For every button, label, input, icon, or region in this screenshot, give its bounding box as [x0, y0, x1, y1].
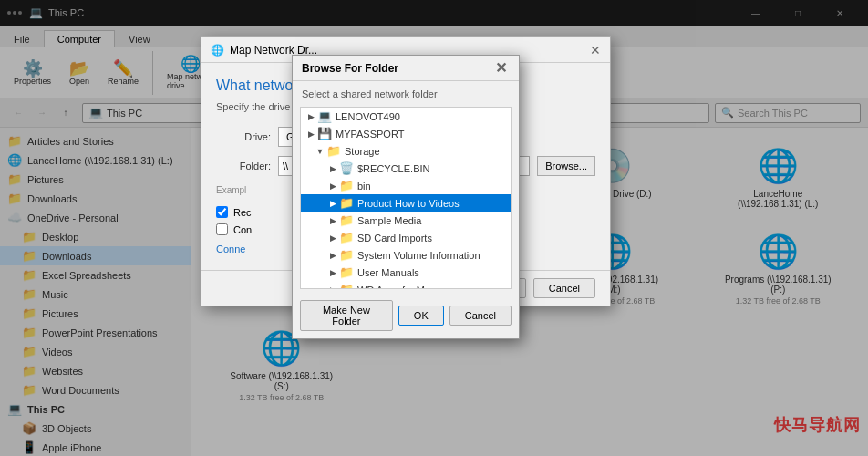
expand-storage: ▼ [314, 147, 326, 156]
expand-sample-media: ▶ [326, 216, 339, 225]
label-user-manuals: User Manuals [357, 267, 419, 278]
browse-close-button[interactable]: ✕ [491, 59, 510, 78]
expand-sd-card: ▶ [326, 233, 339, 243]
tree-item-product-howto[interactable]: ▶ 📁 Product How to Videos [301, 194, 511, 212]
expand-lenovot490: ▶ [305, 112, 317, 121]
tree-item-mypassport[interactable]: ▶ 💾 MYPASSPORT [301, 125, 511, 142]
browse-subtitle: Select a shared network folder [293, 81, 519, 103]
icon-sample-media: 📁 [339, 213, 354, 227]
map-dialog-close-button[interactable]: ✕ [590, 43, 601, 57]
label-sample-media: Sample Media [357, 215, 421, 226]
browse-title-bar: Browse For Folder ✕ [293, 56, 519, 81]
browse-ok-button[interactable]: OK [398, 306, 444, 326]
label-recycle: $RECYCLE.BIN [357, 163, 429, 174]
expand-wd-mac: ▶ [326, 285, 339, 290]
icon-product-howto: 📁 [339, 196, 354, 210]
map-cancel-button[interactable]: Cancel [533, 278, 595, 298]
icon-recycle: 🗑️ [339, 161, 354, 175]
tree-item-user-manuals[interactable]: ▶ 📁 User Manuals [301, 264, 511, 281]
label-wd-mac: WD Apps for Mac [357, 285, 436, 290]
map-dialog-title-icon: 🌐 [211, 44, 224, 57]
tree-item-wd-mac[interactable]: ▶ 📁 WD Apps for Mac [301, 281, 511, 289]
icon-storage: 📁 [326, 144, 341, 158]
browse-ok-cancel: OK Cancel [398, 306, 512, 326]
label-sd-card: SD Card Imports [357, 233, 432, 244]
label-product-howto: Product How to Videos [357, 198, 460, 209]
icon-sd-card: 📁 [339, 231, 354, 244]
expand-bin: ▶ [326, 181, 339, 191]
icon-user-manuals: 📁 [339, 265, 354, 279]
browse-title-text: Browse For Folder [302, 62, 398, 75]
browse-tree: ▶ 💻 LENOVOT490 ▶ 💾 MYPASSPORT ▼ 📁 Storag… [300, 107, 512, 289]
icon-sysvolinfo: 📁 [339, 248, 354, 262]
browse-footer: Make New Folder OK Cancel [293, 293, 519, 338]
tree-item-recycle[interactable]: ▶ 🗑️ $RECYCLE.BIN [301, 160, 511, 177]
map-connect-checkbox[interactable] [216, 223, 228, 235]
map-connect-link[interactable]: Conne [216, 244, 245, 254]
icon-wd-mac: 📁 [339, 283, 354, 289]
map-connect-label: Con [233, 224, 252, 235]
expand-sysvolinfo: ▶ [326, 251, 339, 260]
expand-mypassport: ▶ [305, 130, 317, 139]
icon-lenovot490: 💻 [317, 109, 332, 123]
map-reconnect-checkbox[interactable] [216, 206, 228, 218]
tree-item-sample-media[interactable]: ▶ 📁 Sample Media [301, 212, 511, 229]
tree-item-bin[interactable]: ▶ 📁 bin [301, 177, 511, 194]
tree-item-storage[interactable]: ▼ 📁 Storage [301, 142, 511, 160]
label-lenovot490: LENOVOT490 [336, 111, 400, 122]
tree-item-sd-card[interactable]: ▶ 📁 SD Card Imports [301, 229, 511, 246]
expand-user-manuals: ▶ [326, 268, 339, 277]
browse-cancel-button[interactable]: Cancel [450, 306, 512, 326]
label-mypassport: MYPASSPORT [336, 129, 404, 140]
tree-item-sysvolinfo[interactable]: ▶ 📁 System Volume Information [301, 246, 511, 264]
icon-mypassport: 💾 [317, 127, 332, 140]
label-bin: bin [357, 181, 371, 192]
map-drive-label: Drive: [216, 131, 271, 142]
make-new-folder-button[interactable]: Make New Folder [300, 300, 393, 331]
tree-item-lenovot490[interactable]: ▶ 💻 LENOVOT490 [301, 108, 511, 125]
label-storage: Storage [345, 146, 380, 157]
expand-recycle: ▶ [326, 164, 339, 173]
expand-product-howto: ▶ [326, 199, 339, 208]
map-folder-label: Folder: [216, 161, 271, 171]
browse-folder-dialog: Browse For Folder ✕ Select a shared netw… [292, 55, 520, 339]
icon-bin: 📁 [339, 179, 354, 192]
label-sysvolinfo: System Volume Information [357, 250, 480, 261]
map-browse-button[interactable]: Browse... [537, 156, 595, 176]
map-reconnect-label: Rec [233, 207, 252, 218]
